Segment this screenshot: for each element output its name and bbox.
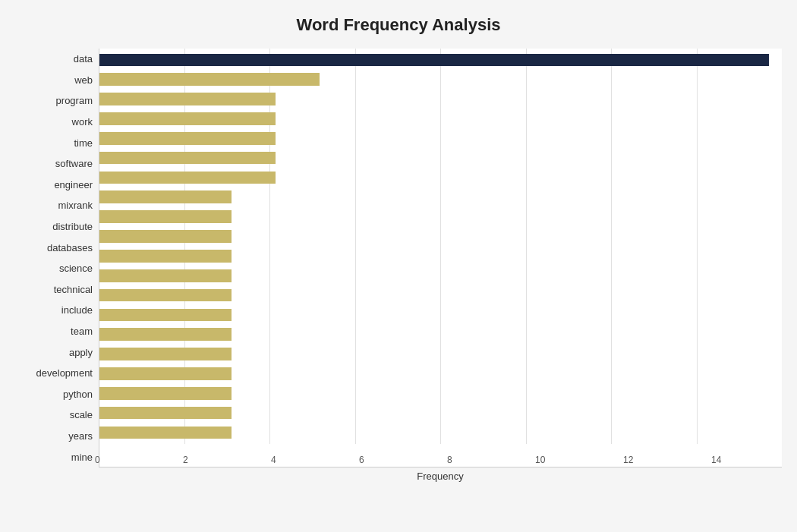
bar-row — [99, 246, 782, 266]
y-label: scale — [70, 407, 93, 423]
plot-area: 02468101214 — [99, 49, 782, 467]
y-label: databases — [47, 239, 93, 256]
bar — [99, 73, 320, 86]
bar-row — [99, 345, 782, 364]
bar-row — [99, 305, 782, 325]
bar — [99, 427, 232, 439]
bar — [99, 93, 276, 105]
bar-row — [99, 325, 782, 345]
x-axis-label: 12 — [623, 455, 633, 465]
bar-row — [99, 187, 782, 207]
bar-row — [99, 207, 782, 227]
y-label: software — [55, 156, 93, 172]
bar — [99, 387, 232, 400]
bar-row — [99, 227, 782, 247]
bar-row — [99, 148, 782, 168]
y-label: work — [72, 114, 93, 131]
chart-container: Word Frequency Analysis datawebprogramwo… — [0, 0, 797, 532]
y-label: mine — [71, 449, 93, 465]
y-label: web — [74, 71, 93, 88]
bar — [99, 348, 232, 360]
bar-row — [99, 168, 782, 187]
bar — [99, 230, 232, 243]
y-label: time — [74, 134, 93, 151]
bar-row — [99, 128, 782, 148]
x-axis-label: 14 — [711, 455, 721, 465]
y-label: distribute — [52, 219, 93, 235]
x-axis-label: 0 — [95, 455, 100, 465]
y-label: include — [61, 302, 93, 319]
y-label: engineer — [54, 176, 93, 193]
bar — [99, 210, 232, 223]
bar — [99, 289, 232, 302]
bar-row — [99, 403, 782, 423]
bar — [99, 152, 276, 165]
bar — [99, 367, 232, 380]
y-label: python — [63, 386, 93, 402]
x-axis-label: 6 — [359, 455, 364, 465]
y-label: technical — [54, 281, 93, 297]
bar — [99, 309, 232, 322]
x-axis-title: Frequency — [99, 471, 782, 482]
bar — [99, 328, 232, 341]
y-label: years — [68, 427, 93, 444]
bar — [99, 54, 769, 67]
chart-title: Word Frequency Analysis — [15, 15, 782, 35]
bar — [99, 250, 232, 263]
y-label: development — [36, 365, 93, 382]
bar-row — [99, 423, 782, 442]
bar — [99, 190, 232, 203]
y-label: apply — [69, 344, 93, 360]
bar — [99, 269, 232, 282]
y-label: program — [56, 93, 93, 109]
bar-row — [99, 90, 782, 109]
bar-row — [99, 383, 782, 403]
bar-row — [99, 50, 782, 70]
bar-row — [99, 266, 782, 285]
bar — [99, 112, 276, 125]
bar-row — [99, 364, 782, 384]
y-label: team — [71, 323, 93, 340]
bar-row — [99, 109, 782, 129]
y-label: mixrank — [58, 197, 93, 214]
bar — [99, 407, 232, 420]
y-label: data — [74, 51, 93, 68]
x-axis-label: 8 — [447, 455, 452, 465]
bar — [99, 172, 276, 184]
x-axis-label: 10 — [535, 455, 545, 465]
y-label: science — [59, 260, 93, 277]
bar-row — [99, 70, 782, 90]
bar-row — [99, 285, 782, 305]
y-axis: datawebprogramworktimesoftwareengineermi… — [15, 49, 99, 467]
bar — [99, 132, 276, 145]
x-axis-label: 4 — [271, 455, 276, 465]
x-axis-label: 2 — [183, 455, 188, 465]
